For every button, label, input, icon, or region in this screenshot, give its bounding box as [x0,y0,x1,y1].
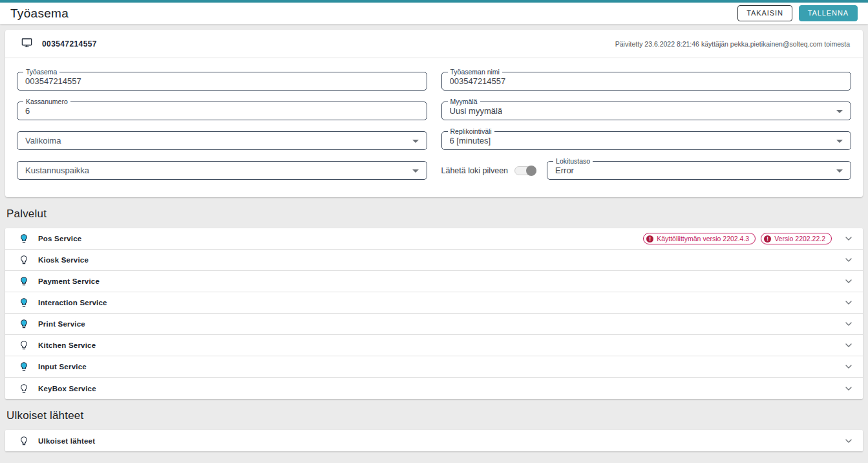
service-row-input[interactable]: Input Service [5,356,863,378]
myymala-select[interactable]: Myymälä Uusi myymälä [441,102,852,120]
chevron-down-icon [843,361,854,372]
version-badge: ! Versio 2202.22.2 [761,233,832,244]
external-sources-heading: Ulkoiset lähteet [6,409,863,422]
service-row-kitchen[interactable]: Kitchen Service [5,335,863,356]
chevron-down-icon [843,297,854,308]
chevron-down-icon [843,340,854,350]
app-header: Työasema TAKAISIN TALLENNA [0,3,868,24]
lightbulb-icon [19,361,29,372]
kassanumero-label: Kassanumero [23,98,70,105]
services-heading: Palvelut [6,208,863,221]
workstation-card: 003547214557 Päivitetty 23.6.2022 8:21:4… [5,30,863,197]
lightbulb-icon [19,233,29,244]
service-label: Interaction Service [38,299,107,307]
service-label: KeyBox Service [38,385,96,393]
services-list: Pos Service ! Käyttöliittymän versio 220… [5,228,863,399]
tyoasema-label: Työasema [23,68,59,76]
service-row-keybox[interactable]: KeyBox Service [5,378,863,399]
device-id: 003547214557 [42,39,97,48]
back-button[interactable]: TAKAISIN [737,5,792,21]
toggle-thumb [526,166,536,176]
updated-info: Päivitetty 23.6.2022 8:21:46 käyttäjän p… [615,40,850,48]
lightbulb-icon [19,339,29,351]
monitor-icon [21,37,33,51]
chevron-down-icon [843,255,854,265]
dropdown-arrow-icon [836,140,843,143]
chevron-down-icon [843,383,854,394]
save-button[interactable]: TALLENNA [799,5,858,21]
chevron-down-icon [843,233,854,244]
service-label: Pos Service [38,235,81,242]
replikointivali-select[interactable]: Replikointiväli 6 [minutes] [441,131,852,150]
badge-text: Käyttöliittymän versio 2202.4.3 [657,235,749,242]
dropdown-arrow-icon [836,110,843,113]
service-row-pos[interactable]: Pos Service ! Käyttöliittymän versio 220… [5,228,863,250]
header-actions: TAKAISIN TALLENNA [737,5,858,21]
error-icon: ! [764,235,771,242]
myymala-label: Myymälä [448,98,480,105]
send-log-label: Lähetä loki pilveen [441,166,509,175]
chevron-down-icon [843,319,854,329]
error-icon: ! [646,235,653,242]
lokitustaso-select[interactable]: Lokitustaso Error [547,161,851,180]
kassanumero-field[interactable]: Kassanumero 6 [17,102,427,120]
kustannuspaikka-select[interactable]: Kustannuspaikka [17,161,427,180]
service-label: Payment Service [38,277,100,285]
replikointivali-label: Replikointiväli [448,127,494,135]
dropdown-arrow-icon [836,169,843,173]
badge-text: Versio 2202.22.2 [774,235,825,242]
service-label: Kitchen Service [38,341,96,349]
replikointivali-value: 6 [minutes] [450,136,491,145]
lokitustaso-value: Error [555,166,574,175]
lokitustaso-label: Lokitustaso [553,157,593,165]
service-label: Print Service [38,320,85,328]
valikoima-placeholder: Valikoima [25,136,61,145]
service-row-print[interactable]: Print Service [5,314,863,335]
device-header-row: 003547214557 Päivitetty 23.6.2022 8:21:4… [5,30,863,58]
chevron-down-icon [843,276,854,286]
page-content: 003547214557 Päivitetty 23.6.2022 8:21:4… [0,24,868,451]
lightbulb-icon [19,275,29,287]
tyoaseman-nimi-label: Työaseman nimi [448,68,502,76]
page-title: Työasema [10,6,69,21]
log-settings-cell: Lähetä loki pilveen Lokitustaso Error [441,161,852,180]
external-sources-list: Ulkoiset lähteet [5,430,863,451]
external-sources-row[interactable]: Ulkoiset lähteet [5,430,863,451]
lightbulb-icon [19,254,29,266]
lightbulb-icon [19,383,29,394]
tyoaseman-nimi-value: 003547214557 [450,76,506,86]
valikoima-select[interactable]: Valikoima [17,131,427,150]
lightbulb-icon [19,435,29,447]
service-label: Ulkoiset lähteet [38,437,95,445]
service-label: Kiosk Service [38,256,89,264]
lightbulb-icon [19,318,29,330]
tyoasema-field[interactable]: Työasema 003547214557 [17,72,427,91]
send-log-toggle[interactable] [514,165,536,177]
service-label: Input Service [38,363,87,371]
ui-version-badge: ! Käyttöliittymän versio 2202.4.3 [643,233,756,244]
service-row-kiosk[interactable]: Kiosk Service [5,250,863,271]
dropdown-arrow-icon [412,140,419,143]
tyoaseman-nimi-field[interactable]: Työaseman nimi 003547214557 [441,72,852,91]
lightbulb-icon [19,297,29,308]
myymala-value: Uusi myymälä [450,106,503,116]
workstation-form: Työasema 003547214557 Työaseman nimi 003… [5,58,863,197]
chevron-down-icon [843,436,854,446]
dropdown-arrow-icon [412,169,419,173]
kustannuspaikka-placeholder: Kustannuspaikka [25,166,89,175]
service-row-payment[interactable]: Payment Service [5,271,863,292]
tyoasema-value: 003547214557 [25,76,81,86]
kassanumero-value: 6 [25,106,30,116]
service-row-interaction[interactable]: Interaction Service [5,292,863,314]
